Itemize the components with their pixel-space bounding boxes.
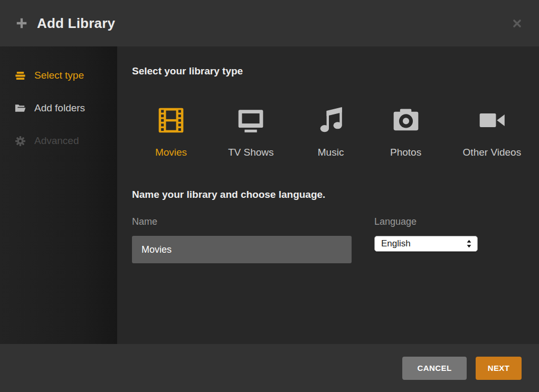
library-name-input[interactable]: [132, 236, 352, 263]
type-label: Music: [318, 147, 344, 158]
next-button[interactable]: NEXT: [476, 357, 522, 380]
main-panel: Select your library type: [117, 46, 539, 344]
folder-open-icon: [14, 102, 26, 114]
name-section-title: Name your library and choose language.: [132, 189, 523, 200]
wizard-steps-sidebar: Select type Add folders: [0, 46, 117, 344]
dialog-body: Select type Add folders: [0, 46, 539, 344]
close-icon: [512, 18, 522, 28]
close-button[interactable]: [509, 16, 524, 31]
language-field-group: Language English: [374, 216, 478, 263]
dialog-header: Add Library: [0, 0, 539, 46]
type-item-music[interactable]: Music: [313, 106, 349, 158]
type-label: Photos: [390, 147, 421, 158]
name-language-row: Name Language English: [132, 216, 523, 263]
type-label: Movies: [155, 147, 187, 158]
type-item-other-videos[interactable]: Other Videos: [463, 106, 522, 158]
select-stepper-arrows-icon: [466, 239, 472, 248]
sidebar-item-advanced[interactable]: Advanced: [0, 130, 117, 152]
video-camera-icon: [474, 106, 510, 135]
plus-icon: [15, 16, 29, 30]
sidebar-item-select-type[interactable]: Select type: [0, 64, 117, 87]
type-label: Other Videos: [463, 147, 522, 158]
type-item-photos[interactable]: Photos: [388, 106, 424, 158]
language-label: Language: [374, 216, 478, 227]
sidebar-item-label: Add folders: [34, 102, 85, 114]
type-item-movies[interactable]: Movies: [153, 106, 189, 158]
language-select[interactable]: English: [374, 236, 478, 252]
type-section-title: Select your library type: [132, 65, 523, 77]
type-item-tv-shows[interactable]: TV Shows: [228, 106, 274, 158]
camera-icon: [388, 106, 424, 135]
library-type-row: Movies TV Shows: [153, 106, 523, 158]
gear-icon: [14, 135, 26, 147]
tv-icon: [233, 106, 269, 135]
film-icon: [153, 106, 189, 135]
dialog-title: Add Library: [37, 15, 115, 32]
sidebar-item-add-folders[interactable]: Add folders: [0, 97, 117, 119]
language-selected-value: English: [381, 238, 411, 249]
cancel-button[interactable]: CANCEL: [402, 357, 467, 380]
add-library-dialog: Add Library Select type: [0, 0, 539, 392]
name-field-group: Name: [132, 216, 352, 263]
dialog-footer: CANCEL NEXT: [0, 344, 539, 392]
sidebar-item-label: Select type: [34, 70, 84, 81]
type-list-icon: [14, 70, 26, 82]
sidebar-item-label: Advanced: [34, 135, 79, 147]
music-note-icon: [313, 106, 349, 135]
name-label: Name: [132, 216, 352, 227]
type-label: TV Shows: [228, 147, 274, 158]
